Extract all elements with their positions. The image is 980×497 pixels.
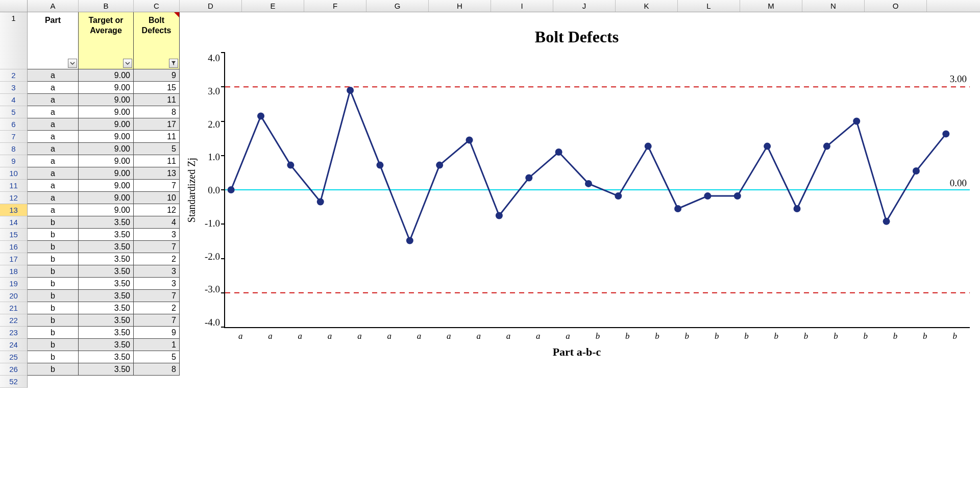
cell-B17[interactable]: 3.50	[79, 253, 134, 265]
cell-C24[interactable]: 1	[134, 339, 180, 351]
column-header-M[interactable]: M	[740, 0, 802, 12]
row-header-12[interactable]: 12	[0, 192, 27, 204]
cell-C5[interactable]: 8	[134, 106, 180, 118]
cell-A14[interactable]: b	[28, 216, 79, 229]
cell-C4[interactable]: 11	[134, 94, 180, 106]
row-header-9[interactable]: 9	[0, 155, 27, 167]
row-header-4[interactable]: 4	[0, 94, 27, 106]
cell-C14[interactable]: 4	[134, 216, 180, 229]
cell-C21[interactable]: 2	[134, 302, 180, 314]
cell-B24[interactable]: 3.50	[79, 339, 134, 351]
cell-C7[interactable]: 11	[134, 131, 180, 143]
row-header-18[interactable]: 18	[0, 265, 27, 278]
row-header-11[interactable]: 11	[0, 180, 27, 192]
cell-C6[interactable]: 17	[134, 118, 180, 131]
column-header-N[interactable]: N	[802, 0, 865, 12]
cell-B22[interactable]: 3.50	[79, 314, 134, 327]
cell-A22[interactable]: b	[28, 314, 79, 327]
column-header-C[interactable]: C	[134, 0, 180, 12]
row-header-23[interactable]: 23	[0, 327, 27, 339]
cell-B4[interactable]: 9.00	[79, 94, 134, 106]
cell-A10[interactable]: a	[28, 167, 79, 180]
cell-C25[interactable]: 5	[134, 351, 180, 363]
row-header-20[interactable]: 20	[0, 290, 27, 302]
cell-B25[interactable]: 3.50	[79, 351, 134, 363]
cell-C18[interactable]: 3	[134, 265, 180, 278]
cell-B16[interactable]: 3.50	[79, 241, 134, 253]
row-header-2[interactable]: 2	[0, 69, 27, 82]
cell-B18[interactable]: 3.50	[79, 265, 134, 278]
cell-A6[interactable]: a	[28, 118, 79, 131]
cell-A11[interactable]: a	[28, 180, 79, 192]
row-header-21[interactable]: 21	[0, 302, 27, 314]
cell-C15[interactable]: 3	[134, 229, 180, 241]
row-header-3[interactable]: 3	[0, 82, 27, 94]
row-header-16[interactable]: 16	[0, 241, 27, 253]
header-cell-part[interactable]: Part	[28, 12, 79, 69]
column-header-B[interactable]: B	[79, 0, 134, 12]
chart-plot-area[interactable]: 3.00 0.00	[224, 53, 970, 328]
cell-A23[interactable]: b	[28, 327, 79, 339]
cell-A19[interactable]: b	[28, 278, 79, 290]
filter-button-target[interactable]	[123, 59, 132, 68]
header-cell-target[interactable]: Target or Average	[79, 12, 134, 69]
filter-button-part[interactable]	[68, 59, 77, 68]
cell-C8[interactable]: 5	[134, 143, 180, 155]
cell-A15[interactable]: b	[28, 229, 79, 241]
cell-B5[interactable]: 9.00	[79, 106, 134, 118]
cell-B8[interactable]: 9.00	[79, 143, 134, 155]
cell-A4[interactable]: a	[28, 94, 79, 106]
column-header-H[interactable]: H	[429, 0, 491, 12]
column-header-L[interactable]: L	[678, 0, 740, 12]
cell-B10[interactable]: 9.00	[79, 167, 134, 180]
cell-C2[interactable]: 9	[134, 69, 180, 82]
cell-A5[interactable]: a	[28, 106, 79, 118]
cell-B2[interactable]: 9.00	[79, 69, 134, 82]
cell-B15[interactable]: 3.50	[79, 229, 134, 241]
row-header-26[interactable]: 26	[0, 363, 27, 376]
cell-B14[interactable]: 3.50	[79, 216, 134, 229]
cell-C11[interactable]: 7	[134, 180, 180, 192]
cell-C22[interactable]: 7	[134, 314, 180, 327]
column-header-A[interactable]: A	[28, 0, 79, 12]
cell-C20[interactable]: 7	[134, 290, 180, 302]
row-header-24[interactable]: 24	[0, 339, 27, 351]
cell-B26[interactable]: 3.50	[79, 363, 134, 376]
cell-C12[interactable]: 10	[134, 192, 180, 204]
row-header-1[interactable]: 1	[0, 12, 27, 69]
cell-A7[interactable]: a	[28, 131, 79, 143]
cell-A3[interactable]: a	[28, 82, 79, 94]
row-header-7[interactable]: 7	[0, 131, 27, 143]
row-header-13[interactable]: 13	[0, 204, 27, 216]
header-cell-defects[interactable]: Bolt Defects	[134, 12, 180, 69]
cell-B19[interactable]: 3.50	[79, 278, 134, 290]
cell-C17[interactable]: 2	[134, 253, 180, 265]
cell-C3[interactable]: 15	[134, 82, 180, 94]
cell-B12[interactable]: 9.00	[79, 192, 134, 204]
cell-A25[interactable]: b	[28, 351, 79, 363]
cell-C13[interactable]: 12	[134, 204, 180, 216]
cell-A13[interactable]: a	[28, 204, 79, 216]
row-header-5[interactable]: 5	[0, 106, 27, 118]
cell-A2[interactable]: a	[28, 69, 79, 82]
cell-A17[interactable]: b	[28, 253, 79, 265]
row-header-17[interactable]: 17	[0, 253, 27, 265]
cell-C23[interactable]: 9	[134, 327, 180, 339]
column-header-O[interactable]: O	[865, 0, 927, 12]
column-header-E[interactable]: E	[242, 0, 304, 12]
row-header-52[interactable]: 52	[0, 376, 27, 388]
cell-A9[interactable]: a	[28, 155, 79, 167]
cell-B7[interactable]: 9.00	[79, 131, 134, 143]
column-header-I[interactable]: I	[491, 0, 553, 12]
column-header-G[interactable]: G	[366, 0, 429, 12]
cell-A20[interactable]: b	[28, 290, 79, 302]
column-header-D[interactable]: D	[180, 0, 242, 12]
row-header-19[interactable]: 19	[0, 278, 27, 290]
cell-B13[interactable]: 9.00	[79, 204, 134, 216]
row-header-15[interactable]: 15	[0, 229, 27, 241]
row-header-6[interactable]: 6	[0, 118, 27, 131]
column-header-F[interactable]: F	[304, 0, 366, 12]
cell-A26[interactable]: b	[28, 363, 79, 376]
column-header-K[interactable]: K	[616, 0, 678, 12]
cell-C19[interactable]: 3	[134, 278, 180, 290]
